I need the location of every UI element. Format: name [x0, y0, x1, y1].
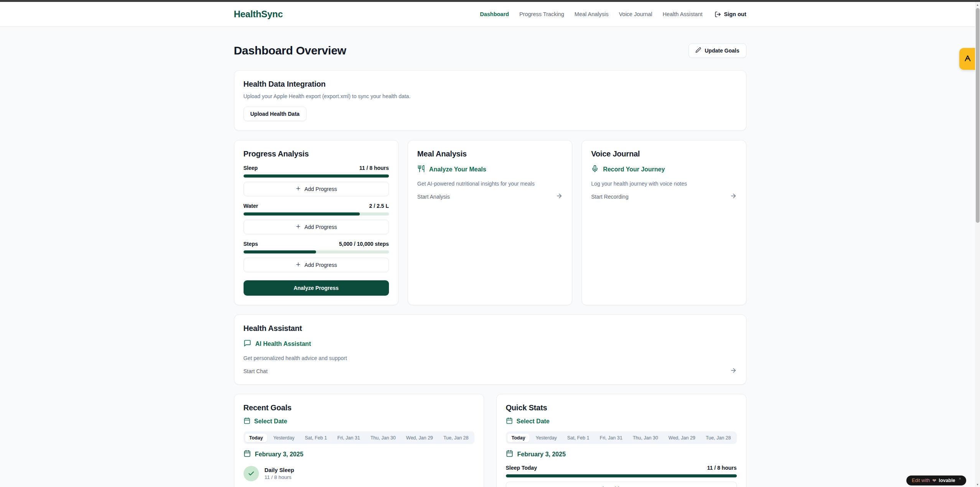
meal-analysis-title: Meal Analysis	[417, 150, 563, 158]
recent-goals-selected-date: February 3, 2025	[244, 450, 474, 459]
scroll-up-arrow[interactable]: ▲	[975, 2, 980, 7]
meal-analysis-card: Meal Analysis Analyze Your Meals Get AI-…	[408, 140, 572, 305]
quick-stats-date-tabs: TodayYesterdaySat, Feb 1Fri, Jan 31Thu, …	[506, 431, 737, 444]
calendar-icon	[506, 450, 513, 459]
check-circle-icon	[244, 466, 259, 481]
nav-item-voice-journal[interactable]: Voice Journal	[619, 11, 652, 17]
date-tab-tue-jan-28[interactable]: Tue, Jan 28	[439, 434, 473, 442]
date-tab-thu-jan-30[interactable]: Thu, Jan 30	[366, 434, 400, 442]
date-tab-tue-jan-28[interactable]: Tue, Jan 28	[702, 434, 735, 442]
plus-icon	[295, 262, 301, 268]
date-tab-today[interactable]: Today	[507, 434, 530, 442]
plus-icon	[600, 485, 606, 487]
vertical-scrollbar[interactable]: ▲ ▼	[975, 2, 980, 487]
date-tab-wed-jan-29[interactable]: Wed, Jan 29	[402, 434, 437, 442]
goal-item-daily-sleep: Daily Sleep 11 / 8 hours	[244, 466, 474, 481]
metric-value: 11 / 8 hours	[359, 165, 389, 171]
sign-out-label: Sign out	[724, 11, 746, 17]
ai-health-assistant-link[interactable]: AI Health Assistant	[244, 339, 737, 349]
metric-value: 5,000 / 10,000 steps	[339, 241, 389, 247]
date-tab-fri-jan-31[interactable]: Fri, Jan 31	[333, 434, 364, 442]
quick-stats-select-date[interactable]: Select Date	[506, 417, 737, 426]
arrow-right-icon	[556, 192, 563, 201]
health-assistant-title: Health Assistant	[244, 324, 737, 333]
record-your-journey-link[interactable]: Record Your Journey	[591, 165, 736, 174]
plus-icon	[295, 186, 301, 192]
date-tab-today[interactable]: Today	[245, 434, 267, 442]
calendar-icon	[506, 417, 513, 426]
top-nav: HealthSync Dashboard Progress Tracking M…	[0, 2, 980, 27]
brand-logo[interactable]: HealthSync	[234, 9, 283, 20]
add-progress-steps-button[interactable]: Add Progress	[244, 258, 389, 272]
arrow-right-icon	[730, 367, 737, 375]
chat-bubble-icon	[244, 339, 251, 349]
date-tab-wed-jan-29[interactable]: Wed, Jan 29	[664, 434, 700, 442]
start-analysis-row[interactable]: Start Analysis	[417, 192, 563, 201]
recent-goals-card: Recent Goals Select Date TodayYesterdayS…	[234, 394, 484, 487]
heart-icon: ❤	[932, 478, 937, 484]
metric-label: Sleep	[244, 165, 258, 171]
page-title: Dashboard Overview	[234, 44, 346, 57]
goal-value: 11 / 8 hours	[265, 474, 294, 480]
sleep-today-progress-bar	[506, 474, 737, 477]
quick-stats-selected-date: February 3, 2025	[506, 450, 737, 459]
nav-item-dashboard[interactable]: Dashboard	[480, 11, 509, 17]
update-goals-button[interactable]: Update Goals	[688, 43, 746, 58]
metric-steps: Steps 5,000 / 10,000 steps Add Progress	[244, 241, 389, 272]
calendar-icon	[244, 450, 251, 459]
date-tab-thu-jan-30[interactable]: Thu, Jan 30	[629, 434, 662, 442]
meal-analysis-description: Get AI-powered nutritional insights for …	[417, 181, 563, 187]
health-data-integration-card: Health Data Integration Upload your Appl…	[234, 70, 746, 131]
health-assistant-card: Health Assistant AI Health Assistant Get…	[234, 314, 746, 385]
analyze-your-meals-link[interactable]: Analyze Your Meals	[417, 165, 563, 174]
voice-journal-title: Voice Journal	[591, 150, 736, 158]
log-out-icon	[715, 11, 721, 18]
date-tab-sat-feb-1[interactable]: Sat, Feb 1	[301, 434, 331, 442]
scrollbar-thumb[interactable]	[976, 8, 980, 223]
quick-stats-card: Quick Stats Select Date TodayYesterdaySa…	[496, 394, 746, 487]
date-tab-yesterday[interactable]: Yesterday	[269, 434, 299, 442]
metric-sleep: Sleep 11 / 8 hours Add Progress	[244, 165, 389, 196]
integration-title: Health Data Integration	[244, 80, 737, 89]
add-progress-sleep-button[interactable]: Add Progress	[244, 182, 389, 196]
voice-journal-card: Voice Journal Record Your Journey Log yo…	[581, 140, 746, 305]
nav-item-meal-analysis[interactable]: Meal Analysis	[575, 11, 609, 17]
stat-label: Sleep Today	[506, 465, 537, 471]
nav-item-progress-tracking[interactable]: Progress Tracking	[519, 11, 564, 17]
nav-item-health-assistant[interactable]: Health Assistant	[663, 11, 703, 17]
sleep-today-row: Sleep Today 11 / 8 hours	[506, 465, 737, 471]
nav-links: Dashboard Progress Tracking Meal Analysi…	[480, 11, 746, 18]
scroll-down-arrow[interactable]: ▼	[975, 482, 980, 487]
recent-goals-select-date[interactable]: Select Date	[244, 417, 474, 426]
metric-value: 2 / 2.5 L	[369, 203, 389, 209]
add-progress-water-button[interactable]: Add Progress	[244, 220, 389, 234]
start-recording-row[interactable]: Start Recording	[591, 192, 736, 201]
arrow-right-icon	[730, 192, 737, 201]
sleep-progress-bar	[244, 174, 389, 178]
edit-with-lovable-badge[interactable]: Edit with ❤ lovable ×	[906, 475, 966, 485]
lovable-side-toggle[interactable]	[959, 48, 975, 70]
date-tab-yesterday[interactable]: Yesterday	[532, 434, 561, 442]
analyze-progress-button[interactable]: Analyze Progress	[244, 280, 389, 296]
date-tab-fri-jan-31[interactable]: Fri, Jan 31	[596, 434, 627, 442]
date-tab-sat-feb-1[interactable]: Sat, Feb 1	[563, 434, 594, 442]
stat-value: 11 / 8 hours	[707, 465, 736, 471]
recent-goals-title: Recent Goals	[244, 403, 474, 412]
metric-label: Steps	[244, 241, 258, 247]
metric-water: Water 2 / 2.5 L Add Progress	[244, 203, 389, 234]
microphone-icon	[591, 165, 599, 174]
voice-journal-description: Log your health journey with voice notes	[591, 181, 736, 187]
quick-stats-add-progress-button[interactable]: Add Progress	[506, 482, 737, 487]
main-content: Dashboard Overview Update Goals Health D…	[234, 27, 746, 487]
integration-description: Upload your Apple Health export (export.…	[244, 93, 737, 99]
recent-goals-date-tabs: TodayYesterdaySat, Feb 1Fri, Jan 31Thu, …	[244, 431, 474, 444]
plus-icon	[295, 224, 301, 230]
upload-health-data-button[interactable]: Upload Health Data	[244, 107, 306, 121]
metric-label: Water	[244, 203, 258, 209]
water-progress-bar	[244, 212, 389, 216]
start-chat-row[interactable]: Start Chat	[244, 367, 737, 375]
badge-close-icon[interactable]: ×	[959, 476, 961, 481]
progress-analysis-title: Progress Analysis	[244, 150, 389, 158]
sign-out-button[interactable]: Sign out	[715, 11, 746, 18]
health-assistant-description: Get personalized health advice and suppo…	[244, 355, 737, 361]
